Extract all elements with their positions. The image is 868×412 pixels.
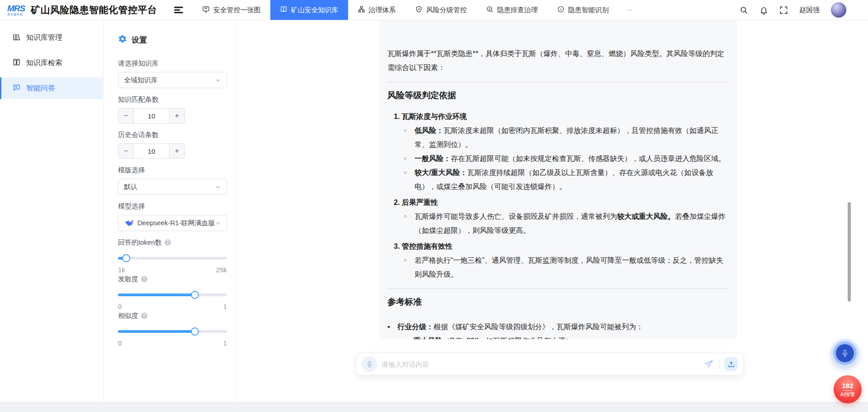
username[interactable]: 赵国强 (799, 6, 820, 14)
magnifier-check-icon (486, 5, 494, 14)
history-count-input[interactable] (134, 144, 169, 158)
divergence-slider-label: 发散度 (118, 275, 138, 283)
slider-min-label: 0 (118, 303, 122, 311)
brand: MRS 商安森科技 矿山风险隐患智能化管控平台 (0, 0, 157, 20)
sidebar-item-kb-management[interactable]: 知识库管理 (0, 27, 103, 48)
history-count-label: 历史会话条数 (118, 131, 227, 139)
similarity-slider[interactable] (118, 327, 227, 336)
answer-text: 若严格执行“一炮三检”、通风管理、瓦斯监测等制度，风险可降至一般或低等级；反之，… (415, 256, 723, 278)
top-nav: 安全管控一张图 矿山安全知识库 治理体系 风险分级管控 隐患排查治理 AI 隐患… (193, 0, 641, 20)
upload-button[interactable] (724, 357, 738, 371)
help-icon[interactable]: ? (165, 239, 171, 246)
menu-collapse-icon[interactable] (173, 0, 184, 20)
bell-icon[interactable] (760, 6, 768, 14)
tab-safety-control-map[interactable]: 安全管控一张图 (193, 0, 270, 20)
topbar: MRS 商安森科技 矿山风险隐患智能化管控平台 安全管控一张图 矿山安全知识库 … (0, 0, 868, 20)
similarity-slider-label: 相似度 (118, 312, 138, 320)
sidebar: 知识库管理 知识库检索 智能问答 (0, 20, 104, 402)
microphone-icon (366, 360, 373, 368)
floating-voice-button[interactable] (831, 339, 859, 367)
answer-list-item: 2. 后果严重性○瓦斯爆炸可能导致多人伤亡、设备损毁及矿井损毁，通常被列为较大或… (394, 195, 729, 237)
slider-max-label: 1 (223, 303, 227, 311)
tab-hazard-ai-recognition[interactable]: AI 隐患智能识别 (547, 0, 618, 20)
answer-sub-item: ○瓦斯爆炸可能导致多人伤亡、设备损毁及矿井损毁，通常被列为较大或重大风险。若叠加… (394, 209, 729, 237)
avatar[interactable] (831, 2, 846, 18)
slider-thumb[interactable] (191, 327, 199, 336)
answer-bullet-text: 行业分级：根据《煤矿安全风险等级四级划分》，瓦斯爆炸风险可能被列为： (397, 320, 729, 334)
history-count-stepper: − + (118, 143, 185, 159)
sidebar-item-ai-qa[interactable]: 智能问答 (0, 77, 103, 99)
answer-divider (387, 289, 729, 289)
shield-check-icon (415, 5, 423, 14)
search-icon[interactable] (740, 6, 748, 14)
tab-governance-system[interactable]: 治理体系 (348, 0, 406, 20)
sub-bullet-marker: ○ (404, 123, 415, 152)
divergence-slider[interactable] (118, 291, 227, 299)
answer-list-item-title: 1. 瓦斯浓度与作业环境 (394, 109, 729, 123)
answer-bubble: 瓦斯爆炸属于**瓦斯类隐患**，具体归类于瓦斯（爆炸、中毒、窒息、燃烧）风险类型… (379, 20, 737, 339)
tab-label: 治理体系 (369, 6, 396, 14)
increment-button[interactable]: + (169, 109, 184, 123)
match-count-input[interactable] (134, 109, 169, 123)
sidebar-item-label: 知识库检索 (26, 58, 62, 68)
chevron-down-icon (215, 220, 221, 226)
answer-text: 瓦斯爆炸可能导致多人伤亡、设备损毁及矿井损毁，通常被列为 (415, 213, 617, 220)
answer-content: 瓦斯爆炸属于**瓦斯类隐患**，具体归类于瓦斯（爆炸、中毒、窒息、燃烧）风险类型… (387, 47, 729, 339)
tab-label: 风险分级管控 (426, 6, 467, 14)
template-select-label: 模版选择 (118, 166, 227, 174)
fullscreen-icon[interactable] (779, 6, 788, 14)
match-count-label: 知识匹配条数 (118, 95, 227, 104)
sub-bullet-marker: ○ (403, 334, 414, 339)
model-select[interactable]: Deepseek-R1-联网满血版 (118, 215, 227, 231)
slider-max-label: 1 (223, 339, 227, 347)
match-count-field: 知识匹配条数 − + (118, 95, 227, 123)
upload-icon (727, 360, 735, 368)
answer-text-bold: 较大或重大风险。 (617, 213, 675, 220)
slider-min-label: 1k (118, 266, 125, 274)
increment-button[interactable]: + (169, 144, 184, 158)
voice-input-button[interactable] (362, 356, 377, 372)
decrement-button[interactable]: − (118, 109, 134, 123)
divergence-slider-group: 发散度 ? 0 1 (118, 275, 227, 311)
tab-hazard-investigation[interactable]: 隐患排查治理 (476, 0, 547, 20)
ai-alarm-button[interactable]: 182 AI报警 (834, 375, 862, 403)
template-select[interactable]: 默认 (118, 179, 227, 195)
monitor-icon (202, 5, 210, 14)
kb-select[interactable]: 全域知识库 (118, 72, 227, 88)
more-tabs-icon[interactable] (618, 0, 641, 20)
help-icon[interactable]: ? (141, 313, 147, 319)
tab-mine-knowledge-base[interactable]: 矿山安全知识库 (270, 0, 348, 20)
chevron-down-icon (215, 184, 221, 190)
answer-text-bold: 行业分级： (397, 323, 434, 331)
token-slider-group: 回答的token数 ? 1k 25k (118, 238, 227, 274)
answer-ordered-list: 1. 瓦斯浓度与作业环境○低风险：瓦斯浓度未超限（如密闭内瓦斯积聚、排放浓度未超… (387, 109, 729, 281)
token-slider[interactable] (118, 254, 227, 262)
sub-bullet-marker: ○ (404, 166, 415, 194)
decrement-button[interactable]: − (118, 144, 134, 158)
tab-label: 隐患智能识别 (568, 6, 609, 14)
kb-select-label: 请选择知识库 (118, 59, 227, 67)
slider-thumb[interactable] (122, 254, 130, 262)
answer-text-bold: 重大风险 (414, 337, 443, 339)
answer-divider (387, 82, 729, 82)
chat-input[interactable] (382, 360, 698, 368)
model-select-field: 模型选择 Deepseek-R1-联网满血版 (118, 202, 227, 231)
slider-track (118, 257, 227, 260)
answer-paragraph: 瓦斯爆炸属于**瓦斯类隐患**，具体归类于瓦斯（爆炸、中毒、窒息、燃烧）风险类型… (387, 47, 729, 75)
sidebar-item-label: 智能问答 (26, 84, 55, 93)
send-button[interactable] (703, 358, 715, 370)
template-select-field: 模版选择 默认 (118, 166, 227, 195)
sub-bullet-marker: ○ (404, 253, 415, 281)
chat-input-bar (356, 353, 744, 375)
sidebar-item-kb-search[interactable]: 知识库检索 (0, 52, 103, 74)
help-icon[interactable]: ? (141, 276, 147, 282)
template-select-value: 默认 (124, 183, 215, 191)
answer-text: 瓦斯浓度未超限（如密闭内瓦斯积聚、排放浓度未超标），且管控措施有效（如通风正常、… (415, 127, 718, 148)
slider-thumb[interactable] (191, 291, 199, 299)
logo-subtext: 商安森科技 (7, 13, 27, 16)
scrollbar-thumb[interactable] (848, 202, 851, 302)
match-count-stepper: − + (118, 108, 185, 123)
answer-list-item: 3. 管控措施有效性○若严格执行“一炮三检”、通风管理、瓦斯监测等制度，风险可降… (394, 239, 729, 281)
answer-list-item: 1. 瓦斯浓度与作业环境○低风险：瓦斯浓度未超限（如密闭内瓦斯积聚、排放浓度未超… (394, 109, 729, 194)
tab-risk-grading-control[interactable]: 风险分级管控 (406, 0, 476, 20)
